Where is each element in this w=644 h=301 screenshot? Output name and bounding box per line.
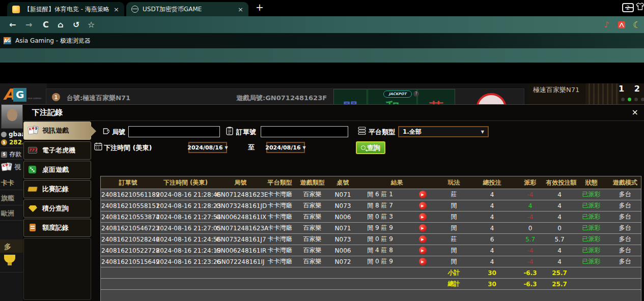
- cell-total-bet: 4: [469, 256, 515, 267]
- cell-order: 240816210528246: [101, 234, 156, 245]
- sidebar-item-points-query[interactable]: 積分查詢: [23, 199, 91, 218]
- flagship-hall-item[interactable]: 旗艦: [1, 194, 14, 203]
- avatar[interactable]: [1, 104, 23, 129]
- trophy-icon[interactable]: [4, 255, 15, 263]
- cell-result: 閒 9 莊 9 ▶: [355, 223, 439, 234]
- cell-time: 2024-08-16 21:24:56: [156, 234, 216, 245]
- platform-select[interactable]: 1.全部 ▼: [398, 126, 489, 137]
- table-row: 240816210558151 2024-08-16 21:28:23 GN07…: [101, 200, 641, 212]
- multi-table-item[interactable]: 多: [4, 243, 11, 252]
- date-from-picker[interactable]: 2024/08/16 ▼: [188, 142, 227, 153]
- cell-table-no: N006: [331, 212, 355, 223]
- jackpot-badge: JACKPOT: [383, 91, 412, 98]
- cell-table-no: N072: [331, 256, 355, 267]
- reload-icon[interactable]: C: [43, 16, 49, 33]
- cell-round: GN0712481623A: [216, 223, 266, 234]
- sidebar-item-match-records[interactable]: 比賽記錄: [23, 180, 91, 198]
- dropdown-arrow-icon: ▼: [225, 145, 228, 150]
- search-button[interactable]: 查詢: [356, 141, 385, 154]
- page-left-menu-strip: gbaa $282. $存款 9K♥ 視 卡卡 旗艦 歐洲 多: [0, 104, 23, 301]
- cell-mode: 多台: [609, 200, 641, 212]
- replay-video-icon[interactable]: ▶: [419, 191, 427, 198]
- night-mode-icon[interactable]: ☾: [633, 16, 640, 33]
- modal-title: 下注記錄: [23, 105, 644, 121]
- minimize-icon[interactable]: [625, 7, 633, 8]
- cell-mode: 多台: [609, 212, 641, 223]
- sidebar-item-table-games[interactable]: 桌面遊戲: [23, 161, 91, 179]
- cell-valid-bet: 5.7: [546, 234, 574, 245]
- game-round-label: 遊戲局號:GN0712481623F: [236, 94, 327, 103]
- col-header-table-no: 桌號: [331, 176, 355, 189]
- active-camera-dot: [628, 98, 631, 101]
- app-window-titlebar: AG Asia Gaming - 极速浏览器: [0, 33, 644, 48]
- cell-status: 已派彩: [574, 234, 609, 245]
- cell-play: 閒: [439, 223, 469, 234]
- cell-time: 2024-08-16 21:27:54: [156, 212, 216, 223]
- sidebar-item-quota-records[interactable]: 額度記錄: [23, 219, 91, 237]
- replay-video-icon[interactable]: ▶: [419, 235, 427, 243]
- cell-play: 閒: [439, 200, 469, 212]
- sidebar-item-video-games[interactable]: 9K♥ 視訊遊戲: [23, 122, 91, 140]
- replay-video-icon[interactable]: ▶: [419, 258, 427, 265]
- browser-tab-2[interactable]: USDT加密货币GAME ×: [126, 2, 248, 16]
- back-icon[interactable]: ←: [9, 16, 16, 33]
- col-header-total-bet: 總投注: [469, 176, 515, 189]
- cell-payout: 5.7: [515, 234, 546, 245]
- replay-video-icon[interactable]: ▶: [419, 213, 427, 221]
- close-icon[interactable]: ×: [632, 108, 638, 116]
- camera-numbers[interactable]: 1 2 3 4: [619, 84, 644, 94]
- cell-play: 閒: [439, 212, 469, 223]
- undo-icon[interactable]: ↺: [73, 16, 79, 33]
- date-to-picker[interactable]: 2024/08/16 ▼: [266, 142, 305, 153]
- tab1-close-icon[interactable]: ×: [114, 6, 119, 13]
- europe-hall-item[interactable]: 歐洲: [1, 209, 14, 218]
- total-valid: 25.7: [546, 279, 574, 290]
- deposit-item[interactable]: $存款: [1, 150, 21, 159]
- cell-game-type: 百家樂: [294, 256, 331, 267]
- deposit-icon: $: [1, 152, 7, 158]
- replay-video-icon[interactable]: ▶: [419, 224, 427, 232]
- cell-mode: 多台: [609, 189, 641, 200]
- username-row: gbaa: [1, 131, 23, 138]
- replay-video-icon[interactable]: ▶: [419, 202, 427, 209]
- skin-theme-icon[interactable]: [636, 3, 644, 12]
- sidebar-item-slots[interactable]: 777 電子老虎機: [23, 141, 91, 160]
- kaka-hall-item[interactable]: 卡卡: [1, 178, 14, 188]
- sidebar-filler-panel: [23, 238, 91, 300]
- music-icon[interactable]: ♪: [604, 16, 609, 33]
- bet-time-filter-label: 下注時間 (美東): [104, 143, 152, 153]
- cell-valid-bet: 4: [546, 256, 574, 267]
- cell-total-bet: 4: [469, 223, 515, 234]
- cell-round: GN0712481623E: [216, 189, 266, 200]
- home-icon[interactable]: ⌂: [58, 16, 63, 33]
- replay-video-icon[interactable]: ▶: [419, 247, 427, 254]
- cell-table-no: N071: [331, 223, 355, 234]
- subtotal-payout: -6.3: [515, 267, 546, 279]
- new-tab-button[interactable]: +: [256, 2, 264, 13]
- col-header-platform: 平台類型: [266, 176, 294, 189]
- bookmark-star-icon[interactable]: ☆: [88, 16, 95, 33]
- cards-icon: 9K♥: [1, 163, 12, 172]
- order-input[interactable]: [261, 126, 348, 137]
- browser-tab-1[interactable]: 【新提醒】体育电竞 - 海燕策略 ×: [7, 2, 124, 16]
- col-header-time: 下注時間 (美東): [156, 176, 216, 189]
- subtotal-row: 小計 30 -6.3 25.7: [101, 267, 641, 279]
- cell-valid-bet: 4: [546, 200, 574, 212]
- cell-result: 閒 6 莊 1 ▶: [355, 189, 439, 200]
- video-games-item[interactable]: 9K♥ 視: [1, 163, 21, 172]
- reader-icon[interactable]: [618, 16, 626, 33]
- jackpot-help-icon[interactable]: ?: [413, 91, 419, 97]
- tab1-favicon: [12, 6, 20, 13]
- subtotal-bet: 30: [469, 267, 515, 279]
- seat-number-badge: 1: [52, 93, 60, 101]
- cell-total-bet: 4: [469, 189, 515, 200]
- cell-status: 已派彩: [574, 200, 609, 212]
- dropdown-arrow-icon: ▼: [303, 145, 306, 150]
- forward-icon[interactable]: →: [25, 16, 32, 33]
- round-input[interactable]: [128, 126, 220, 137]
- cell-platform: 卡卡灣廳: [266, 189, 294, 200]
- tab2-close-icon[interactable]: ×: [238, 6, 243, 13]
- cell-round: GN073248161J7: [216, 234, 266, 245]
- slot-machine-icon: 777: [27, 146, 39, 155]
- cell-table-no: N006: [331, 245, 355, 256]
